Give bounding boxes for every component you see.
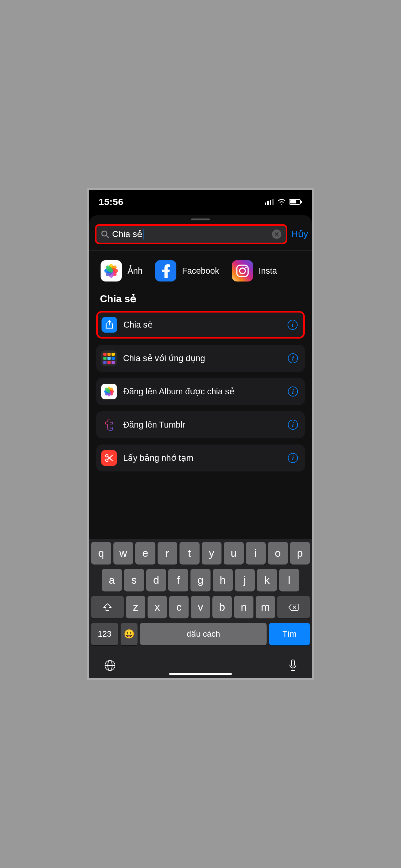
app-label: Facebook [182, 266, 219, 276]
svg-rect-1 [267, 201, 269, 205]
action-share-with-apps[interactable]: Chia sẻ với ứng dụng i [96, 345, 305, 372]
action-post-tumblr[interactable]: Đăng lên Tumblr i [96, 411, 305, 438]
key-n[interactable]: n [234, 596, 254, 618]
key-o[interactable]: o [268, 542, 288, 564]
svg-rect-5 [290, 200, 296, 204]
key-emoji[interactable]: 😀 [121, 623, 137, 645]
svg-point-18 [240, 268, 245, 274]
search-input[interactable]: Chia sẻ [95, 224, 287, 245]
wifi-icon [277, 199, 286, 205]
phone-frame: 15:56 Chia sẻ Hủy [87, 188, 314, 680]
key-a[interactable]: a [102, 569, 122, 591]
keyboard-row-2: a s d f g h j k l [91, 569, 310, 591]
key-w[interactable]: w [113, 542, 133, 564]
search-value: Chia sẻ [109, 229, 272, 240]
tumblr-icon [101, 417, 117, 433]
action-get-clipboard[interactable]: Lấy bảng nhớ tạm i [96, 444, 305, 471]
keyboard: q w e r t y u i o p a s d f g h j k l z [89, 539, 312, 678]
key-t[interactable]: t [179, 542, 200, 564]
status-bar: 15:56 [89, 190, 312, 212]
facebook-app-icon [155, 260, 176, 281]
key-p[interactable]: p [290, 542, 310, 564]
keyboard-row-4: 123 😀 dấu cách Tìm [91, 623, 310, 645]
keyboard-row-1: q w e r t y u i o p [91, 542, 310, 564]
app-photos[interactable]: Ảnh [101, 260, 142, 281]
action-label: Chia sẻ với ứng dụng [123, 353, 281, 363]
svg-rect-33 [291, 660, 295, 666]
key-k[interactable]: k [257, 569, 277, 591]
action-label: Chia sẻ [124, 320, 281, 330]
app-label: Insta [259, 266, 277, 276]
keyboard-bottom-row [91, 650, 310, 676]
key-l[interactable]: l [279, 569, 299, 591]
backspace-icon [288, 603, 299, 611]
info-icon[interactable]: i [288, 320, 298, 330]
action-label: Lấy bảng nhớ tạm [123, 453, 281, 463]
keyboard-row-3: z x c v b n m [91, 596, 310, 618]
action-share[interactable]: Chia sẻ i [96, 311, 305, 339]
cellular-icon [265, 199, 274, 205]
home-indicator[interactable] [169, 673, 232, 675]
info-icon[interactable]: i [288, 353, 298, 363]
key-b[interactable]: b [212, 596, 232, 618]
key-f[interactable]: f [168, 569, 188, 591]
svg-rect-0 [265, 203, 266, 205]
app-instagram[interactable]: Insta [232, 260, 277, 281]
action-label: Đăng lên Tumblr [123, 420, 281, 430]
svg-line-8 [106, 236, 108, 238]
suggested-apps-row: Ảnh Facebook Insta [89, 260, 312, 293]
key-numbers[interactable]: 123 [91, 623, 118, 645]
search-row: Chia sẻ Hủy [89, 224, 312, 251]
info-icon[interactable]: i [288, 386, 298, 397]
photos-icon [101, 384, 117, 399]
svg-rect-6 [301, 201, 302, 203]
key-d[interactable]: d [146, 569, 166, 591]
key-u[interactable]: u [224, 542, 244, 564]
key-e[interactable]: e [135, 542, 156, 564]
battery-icon [289, 199, 302, 205]
key-j[interactable]: j [235, 569, 255, 591]
instagram-app-icon [232, 260, 253, 281]
key-y[interactable]: y [202, 542, 222, 564]
action-list: Chia sẻ i Chia sẻ với ứng dụng i [89, 311, 312, 471]
apps-grid-icon [101, 350, 117, 366]
photos-app-icon [101, 260, 122, 281]
key-r[interactable]: r [158, 542, 178, 564]
key-s[interactable]: s [124, 569, 144, 591]
svg-point-19 [245, 267, 246, 268]
svg-rect-3 [272, 199, 274, 205]
key-backspace[interactable] [277, 596, 310, 618]
scissors-icon [101, 450, 117, 466]
section-title: Chia sẻ [89, 293, 312, 311]
info-icon[interactable]: i [288, 420, 298, 430]
globe-icon[interactable] [104, 659, 116, 672]
key-h[interactable]: h [213, 569, 233, 591]
status-time: 15:56 [99, 196, 124, 207]
app-label: Ảnh [128, 266, 142, 276]
key-v[interactable]: v [191, 596, 210, 618]
key-c[interactable]: c [169, 596, 189, 618]
key-m[interactable]: m [256, 596, 275, 618]
info-icon[interactable]: i [288, 453, 298, 463]
mic-icon[interactable] [289, 659, 297, 672]
key-x[interactable]: x [147, 596, 167, 618]
key-z[interactable]: z [126, 596, 145, 618]
status-icons [265, 199, 302, 205]
drag-handle[interactable] [191, 218, 210, 220]
search-icon [101, 230, 109, 238]
divider [89, 250, 312, 251]
svg-rect-2 [270, 200, 271, 205]
share-icon [101, 317, 117, 333]
cancel-button[interactable]: Hủy [292, 229, 308, 239]
key-q[interactable]: q [91, 542, 111, 564]
action-label: Đăng lên Album được chia sẻ [123, 386, 281, 397]
app-facebook[interactable]: Facebook [155, 260, 219, 281]
key-shift[interactable] [91, 596, 124, 618]
key-return[interactable]: Tìm [269, 623, 310, 645]
clear-search-icon[interactable] [272, 229, 281, 239]
key-space[interactable]: dấu cách [140, 623, 267, 645]
key-g[interactable]: g [191, 569, 210, 591]
key-i[interactable]: i [246, 542, 266, 564]
shift-icon [103, 603, 112, 611]
action-post-shared-album[interactable]: Đăng lên Album được chia sẻ i [96, 378, 305, 405]
